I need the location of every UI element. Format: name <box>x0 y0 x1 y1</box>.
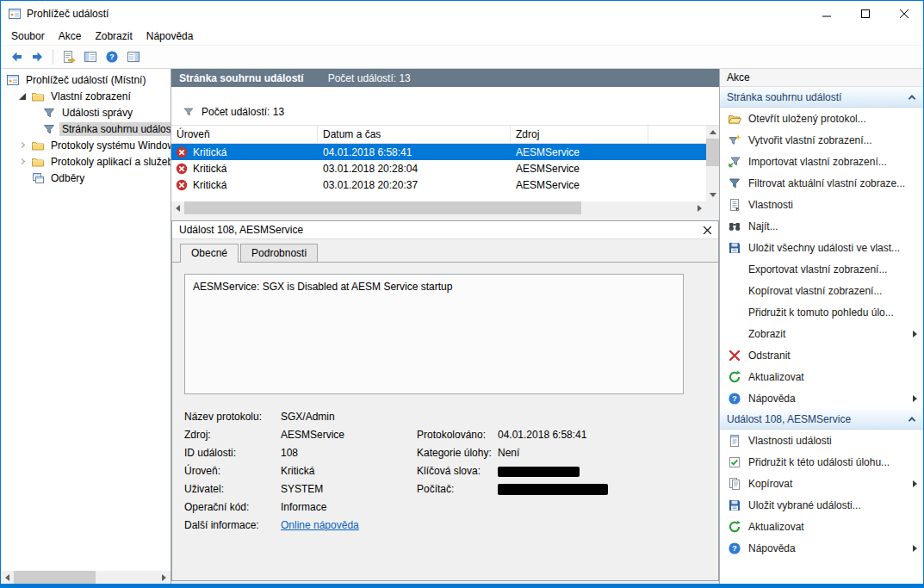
export-list-icon[interactable] <box>59 47 78 66</box>
scroll-right-arrow[interactable] <box>693 201 706 214</box>
tree-item-windows-logs[interactable]: Protokoly systému Windows <box>1 137 171 153</box>
scroll-up-arrow[interactable] <box>706 126 719 139</box>
critical-icon <box>176 179 188 191</box>
action-save-selected-events[interactable]: Uložit vybrané události... <box>720 494 923 516</box>
scrollbar-thumb[interactable] <box>14 571 96 584</box>
actions-section-summary-page[interactable]: Stránka souhrnu událostí <box>720 87 923 108</box>
tree-horizontal-scrollbar[interactable] <box>1 571 171 584</box>
import-filter-icon <box>728 155 741 169</box>
action-attach-task-to-view[interactable]: Přidružit k tomuto pohledu úlo... <box>720 301 923 323</box>
tree-item-summary-page[interactable]: Stránka souhrnu událostí <box>1 121 171 137</box>
event-message[interactable]: AESMService: SGX is Disabled at AESM Ser… <box>184 274 684 394</box>
action-event-properties[interactable]: Vlastnosti události <box>720 430 923 451</box>
minimize-button[interactable] <box>807 1 846 27</box>
show-console-tree-icon[interactable] <box>80 47 100 66</box>
back-icon[interactable] <box>6 47 26 66</box>
tree-item-label: Prohlížeč událostí (Místní) <box>23 73 148 87</box>
property-label: Protokolováno: <box>417 426 498 444</box>
preview-splitter[interactable] <box>171 214 719 220</box>
action-delete[interactable]: Odstranit <box>720 344 923 366</box>
redacted-value <box>498 484 608 495</box>
scrollbar-thumb[interactable] <box>184 201 581 214</box>
expander-expanded-icon[interactable] <box>16 90 28 102</box>
scroll-left-arrow[interactable] <box>1 571 14 584</box>
action-import-custom-view[interactable]: Importovat vlastní zobrazení... <box>720 151 923 172</box>
menu-soubor[interactable]: Soubor <box>4 28 52 45</box>
scroll-right-arrow[interactable] <box>158 571 171 584</box>
action-attach-task-to-event[interactable]: Přidružit k této události úlohu... <box>720 451 923 473</box>
action-help-event[interactable]: ? Nápověda <box>720 537 923 559</box>
event-source: AESMService <box>511 146 648 158</box>
action-refresh[interactable]: Aktualizovat <box>720 366 923 387</box>
folder-icon <box>31 90 45 103</box>
action-copy-custom-view[interactable]: Kopírovat vlastní zobrazení... <box>720 280 923 301</box>
property-value: Kritická <box>281 462 417 480</box>
actions-pane-title: Akce <box>720 69 923 87</box>
tree-item-subscriptions[interactable]: Odběry <box>1 170 171 186</box>
tab-details[interactable]: Podrobnosti <box>240 244 318 262</box>
scroll-down-arrow[interactable] <box>706 189 719 201</box>
window-bottom-border <box>1 584 923 587</box>
menu-akce[interactable]: Akce <box>52 28 89 45</box>
console-tree: Prohlížeč událostí (Místní) Vlastní zobr… <box>1 69 171 571</box>
actions-section-event-108[interactable]: Událost 108, AESMService <box>720 409 923 430</box>
filter-view-icon <box>42 106 56 120</box>
event-row[interactable]: Kritická 03.01.2018 20:20:37 AESMService <box>171 176 706 193</box>
refresh-icon <box>728 520 741 534</box>
event-properties-grid: Název protokolu: SGX/Admin Zdroj: AESMSe… <box>184 408 706 535</box>
expander-collapsed-icon[interactable] <box>16 156 28 167</box>
tree-item-root[interactable]: Prohlížeč událostí (Místní) <box>1 71 171 88</box>
help-icon: ? <box>728 392 741 405</box>
menu-napoveda[interactable]: Nápověda <box>140 28 201 45</box>
action-create-custom-view[interactable]: Vytvořit vlastní zobrazení... <box>720 129 923 151</box>
action-save-all-events[interactable]: Uložit všechny události ve vlast... <box>720 237 923 258</box>
results-header-title: Stránka souhrnu událostí <box>179 72 304 84</box>
list-vertical-scrollbar[interactable] <box>706 126 719 214</box>
tree-item-app-logs[interactable]: Protokoly aplikací a služeb <box>1 153 171 170</box>
maximize-button[interactable] <box>846 1 884 27</box>
close-button[interactable] <box>884 1 923 27</box>
tree-item-custom-views[interactable]: Vlastní zobrazení <box>1 88 171 104</box>
property-value: AESMService <box>281 426 417 444</box>
menu-zobrazit[interactable]: Zobrazit <box>88 28 139 45</box>
action-filter-current-view[interactable]: Filtrovat aktuální vlastní zobraze... <box>720 172 923 194</box>
online-help-link[interactable]: Online nápověda <box>281 519 359 531</box>
action-copy[interactable]: Kopírovat <box>720 473 923 494</box>
preview-tabs: Obecné Podrobnosti <box>172 239 718 263</box>
property-label: Úroveň: <box>184 462 281 480</box>
event-row[interactable]: Kritická 04.01.2018 6:58:41 AESMService <box>171 144 706 160</box>
list-horizontal-scrollbar[interactable] <box>171 201 706 214</box>
no-icon <box>728 284 741 298</box>
action-find[interactable]: Najít... <box>720 215 923 237</box>
help-icon[interactable]: ? <box>102 47 121 66</box>
tab-general[interactable]: Obecné <box>180 244 239 263</box>
action-properties[interactable]: Vlastnosti <box>720 194 923 215</box>
show-action-pane-icon[interactable] <box>123 47 143 66</box>
filter-icon <box>183 106 195 118</box>
column-header-source[interactable]: Zdroj <box>511 126 648 143</box>
close-preview-button[interactable] <box>704 226 711 234</box>
scrollbar-thumb[interactable] <box>706 139 719 166</box>
event-datetime: 03.01.2018 20:20:37 <box>318 179 511 191</box>
results-header: Stránka souhrnu událostí Počet událostí:… <box>171 69 719 87</box>
tree-item-label: Stránka souhrnu událostí <box>59 122 171 136</box>
submenu-arrow-icon <box>913 331 917 337</box>
results-pane: Stránka souhrnu událostí Počet událostí:… <box>171 69 719 584</box>
column-header-datetime[interactable]: Datum a čas <box>318 126 511 143</box>
tree-item-admin-events[interactable]: Události správy <box>1 104 171 121</box>
action-refresh-event[interactable]: Aktualizovat <box>720 516 923 537</box>
action-view[interactable]: Zobrazit <box>720 323 923 344</box>
preview-title: Událost 108, AESMService <box>179 224 303 236</box>
event-row[interactable]: Kritická 03.01.2018 20:28:04 AESMService <box>171 160 706 176</box>
help-icon: ? <box>728 542 741 555</box>
column-header-level[interactable]: Úroveň <box>171 126 318 143</box>
action-export-custom-view[interactable]: Exportovat vlastní zobrazení... <box>720 258 923 280</box>
event-level: Kritická <box>193 179 226 191</box>
redacted-value <box>498 467 580 477</box>
action-open-saved-log[interactable]: Otevřít uložený protokol... <box>720 108 923 129</box>
expander-collapsed-icon[interactable] <box>16 139 28 151</box>
forward-icon[interactable] <box>28 47 47 66</box>
property-value: SYSTEM <box>281 480 417 498</box>
action-help[interactable]: ? Nápověda <box>720 387 923 409</box>
scroll-left-arrow[interactable] <box>171 201 184 214</box>
